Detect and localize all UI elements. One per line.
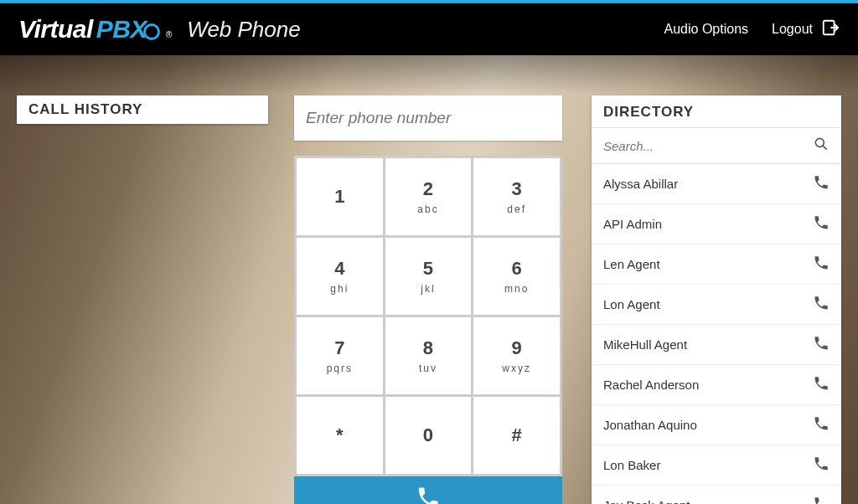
keypad-digit: # bbox=[512, 424, 522, 446]
directory-item[interactable]: Rachel Anderson bbox=[592, 365, 841, 405]
main-area: CALL HISTORY 12abc3def4ghi5jkl6mno7pqrs8… bbox=[0, 55, 858, 504]
keypad-key-6[interactable]: 6mno bbox=[473, 238, 560, 315]
directory-item[interactable]: API Admin bbox=[592, 204, 841, 244]
phone-icon[interactable] bbox=[813, 496, 830, 505]
contact-name: Lon Agent bbox=[603, 297, 660, 311]
directory-item[interactable]: Lon Baker bbox=[592, 445, 841, 486]
keypad-digit: 4 bbox=[334, 258, 344, 280]
logout-icon bbox=[821, 18, 840, 40]
contact-name: Jonathan Aquino bbox=[603, 418, 697, 432]
keypad-digit: 0 bbox=[423, 424, 433, 446]
phone-number-input[interactable] bbox=[294, 95, 562, 141]
contact-name: Alyssa Abillar bbox=[603, 177, 678, 191]
keypad: 12abc3def4ghi5jkl6mno7pqrs8tuv9wxyz*0# bbox=[294, 156, 562, 476]
keypad-key-8[interactable]: 8tuv bbox=[385, 317, 472, 394]
contact-name: Rachel Anderson bbox=[603, 378, 699, 392]
directory-item[interactable]: Lon Agent bbox=[592, 285, 841, 325]
keypad-key-0[interactable]: 0 bbox=[385, 397, 472, 474]
brand-pbx: PBX bbox=[96, 15, 161, 44]
contact-name: MikeHull Agent bbox=[603, 337, 687, 352]
keypad-key-2[interactable]: 2abc bbox=[385, 158, 472, 235]
phone-icon[interactable] bbox=[813, 335, 830, 355]
brand-virtual: Virtual bbox=[18, 15, 93, 44]
registered-mark: ® bbox=[166, 30, 172, 39]
phone-icon[interactable] bbox=[813, 295, 830, 315]
contact-name: API Admin bbox=[603, 217, 662, 231]
keypad-key-5[interactable]: 5jkl bbox=[385, 238, 472, 315]
search-icon[interactable] bbox=[813, 136, 830, 156]
keypad-letters: def bbox=[507, 203, 526, 215]
directory-list: Alyssa AbillarAPI AdminLen AgentLon Agen… bbox=[592, 164, 841, 504]
directory-item[interactable]: MikeHull Agent bbox=[592, 325, 841, 365]
keypad-letters: wxyz bbox=[502, 363, 531, 374]
directory-item[interactable]: Alyssa Abillar bbox=[592, 164, 841, 204]
brand-logo: Virtual PBX ® bbox=[18, 15, 172, 44]
keypad-key-4[interactable]: 4ghi bbox=[297, 238, 383, 315]
keypad-key-7[interactable]: 7pqrs bbox=[297, 317, 383, 394]
phone-icon[interactable] bbox=[813, 415, 830, 435]
keypad-digit: 5 bbox=[423, 258, 433, 280]
phone-icon[interactable] bbox=[813, 214, 830, 234]
svg-line-2 bbox=[823, 146, 827, 150]
keypad-digit: 7 bbox=[334, 337, 344, 359]
phone-icon bbox=[416, 485, 441, 504]
keypad-digit: 2 bbox=[423, 178, 433, 200]
call-button[interactable] bbox=[294, 476, 562, 504]
call-history-panel[interactable]: CALL HISTORY bbox=[17, 95, 268, 124]
audio-options-link[interactable]: Audio Options bbox=[664, 22, 749, 37]
contact-name: Jay Beck Agent bbox=[603, 498, 690, 504]
app-title: Web Phone bbox=[187, 17, 300, 43]
logout-link[interactable]: Logout bbox=[772, 18, 840, 40]
directory-panel: DIRECTORY Alyssa AbillarAPI AdminLen Age… bbox=[592, 95, 841, 504]
phone-icon[interactable] bbox=[813, 375, 830, 395]
keypad-digit: 9 bbox=[512, 337, 522, 359]
keypad-digit: * bbox=[336, 424, 344, 446]
call-history-title: CALL HISTORY bbox=[28, 101, 142, 118]
keypad-digit: 3 bbox=[512, 178, 522, 200]
ring-icon bbox=[143, 23, 160, 40]
contact-name: Len Agent bbox=[603, 257, 660, 271]
directory-title: DIRECTORY bbox=[592, 95, 841, 127]
keypad-key-9[interactable]: 9wxyz bbox=[473, 317, 560, 394]
keypad-letters: jkl bbox=[421, 283, 435, 295]
keypad-key-*[interactable]: * bbox=[297, 397, 383, 474]
directory-search bbox=[592, 127, 841, 164]
phone-icon[interactable] bbox=[813, 455, 830, 476]
phone-icon[interactable] bbox=[813, 255, 830, 275]
directory-item[interactable]: Len Agent bbox=[592, 244, 841, 285]
keypad-letters: mno bbox=[504, 283, 529, 295]
keypad-key-1[interactable]: 1 bbox=[297, 158, 383, 235]
directory-item[interactable]: Jonathan Aquino bbox=[592, 405, 841, 445]
keypad-digit: 8 bbox=[423, 337, 433, 359]
keypad-letters: ghi bbox=[330, 283, 349, 295]
header-bar: Virtual PBX ® Web Phone Audio Options Lo… bbox=[0, 3, 858, 55]
keypad-key-#[interactable]: # bbox=[473, 397, 560, 474]
phone-icon[interactable] bbox=[813, 174, 830, 194]
contact-name: Lon Baker bbox=[603, 458, 660, 472]
svg-point-1 bbox=[815, 138, 824, 147]
dialer-panel: 12abc3def4ghi5jkl6mno7pqrs8tuv9wxyz*0# bbox=[294, 95, 562, 504]
keypad-digit: 1 bbox=[334, 186, 344, 208]
keypad-letters: tuv bbox=[419, 363, 437, 374]
keypad-letters: pqrs bbox=[327, 363, 353, 374]
directory-item[interactable]: Jay Beck Agent bbox=[592, 486, 841, 504]
keypad-key-3[interactable]: 3def bbox=[473, 158, 560, 235]
keypad-letters: abc bbox=[417, 203, 438, 215]
keypad-digit: 6 bbox=[512, 258, 522, 280]
directory-search-input[interactable] bbox=[603, 139, 813, 153]
